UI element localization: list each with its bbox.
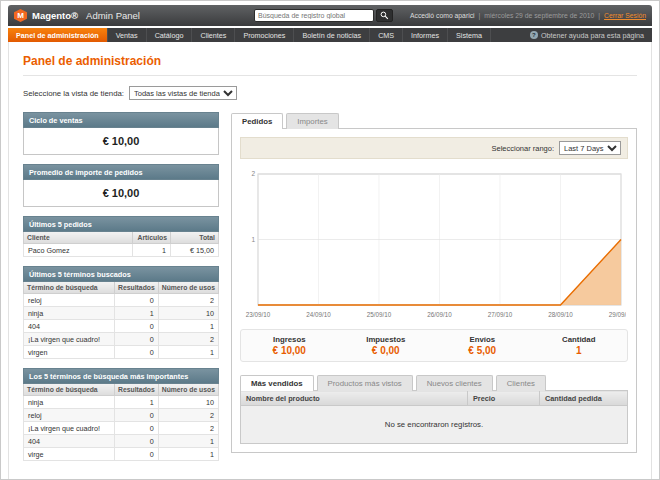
dashboard: Ciclo de ventas € 10,00 Promedio de impo… [23, 112, 637, 470]
tab-importes[interactable]: Importes [286, 113, 338, 129]
column-header: Nombre del producto [241, 391, 468, 406]
table-cell: 0 [115, 435, 159, 448]
tab-nuevos-clientes[interactable]: Nuevos clientes [416, 375, 493, 391]
brand-suffix: Admin Panel [86, 10, 140, 21]
dashboard-left-column: Ciclo de ventas € 10,00 Promedio de impo… [23, 112, 219, 470]
global-search-input[interactable] [254, 9, 374, 22]
range-select[interactable]: Last 7 Days [559, 141, 621, 155]
nav-item-promociones[interactable]: Promociones [235, 28, 294, 42]
svg-text:1: 1 [251, 236, 255, 243]
table-cell: reloj [24, 409, 115, 422]
last-orders-box: Últimos 5 pedidos Cliente Artículos Tota… [23, 216, 219, 257]
table-cell: 0 [115, 448, 159, 461]
table-cell: ¡La virgen que cuadro! [24, 422, 115, 435]
total-cantidad: Cantidad 1 [531, 335, 628, 356]
title-divider [23, 75, 637, 76]
table-cell: Paco Gomez [24, 244, 133, 257]
help-label: Obtener ayuda para esta página [541, 31, 644, 40]
total-value: € 5,00 [434, 345, 531, 356]
table-row: 40401 [24, 320, 219, 333]
column-header: Número de usos [158, 282, 218, 294]
table-row: ¡La virgen que cuadro!02 [24, 422, 219, 435]
nav-item-informes[interactable]: Informes [403, 28, 448, 42]
chart-wrap: 23/09/1024/09/1025/09/1026/09/1027/09/10… [240, 169, 628, 321]
table-row: ¡La virgen que cuadro!02 [24, 333, 219, 346]
total-value: € 10,00 [241, 345, 338, 356]
logout-link[interactable]: Cerrar Sesión [604, 12, 646, 19]
nav-item-dashboard[interactable]: Panel de administración [8, 28, 108, 42]
table-cell: 10 [158, 307, 218, 320]
svg-text:23/09/10: 23/09/10 [246, 311, 271, 318]
nav-item-boletin[interactable]: Boletín de noticias [294, 28, 370, 42]
nav-item-cms[interactable]: CMS [370, 28, 403, 42]
column-header: Resultados [115, 282, 159, 294]
table-row: ninja110 [24, 307, 219, 320]
table-cell: 1 [158, 448, 218, 461]
average-orders-title: Promedio de importe de pedidos [23, 164, 219, 180]
magento-admin-app: M Magento® Admin Panel Accedió como apar… [8, 5, 652, 480]
tab-pedidos[interactable]: Pedidos [231, 113, 283, 129]
table-cell: 1 [158, 346, 218, 359]
range-label: Seleccionar rango: [491, 144, 554, 153]
search-button[interactable] [376, 9, 393, 22]
store-view-select[interactable]: Todas las vistas de tienda [129, 86, 237, 100]
tab-clientes[interactable]: Clientes [496, 375, 546, 391]
orders-area-chart: 23/09/1024/09/1025/09/1026/09/1027/09/10… [242, 169, 626, 321]
browser-viewport: M Magento® Admin Panel Accedió como apar… [0, 0, 660, 480]
total-label: Envíos [434, 335, 531, 344]
average-orders-box: Promedio de importe de pedidos € 10,00 [23, 164, 219, 207]
column-header: Artículos [133, 232, 171, 244]
table-cell: ¡La virgen que cuadro! [24, 333, 115, 346]
nav-item-clientes[interactable]: Clientes [192, 28, 235, 42]
top-search-terms-title: Los 5 términos de búsqueda más important… [23, 368, 219, 384]
main-nav: Panel de administración Ventas Catálogo … [8, 28, 652, 42]
products-table: Nombre del producto Precio Cantidad pedi… [240, 390, 628, 444]
table-cell: virge [24, 448, 115, 461]
table-cell: 404 [24, 435, 115, 448]
nav-item-ventas[interactable]: Ventas [108, 28, 147, 42]
magento-logo-icon: M [14, 9, 27, 22]
brand-name: Magento® [32, 10, 78, 21]
products-tabs: Más vendidos Productos más vistos Nuevos… [240, 374, 628, 390]
range-bar: Seleccionar rango: Last 7 Days [240, 137, 628, 159]
svg-text:28/09/10: 28/09/10 [548, 311, 573, 318]
help-icon: ? [530, 31, 538, 39]
total-envios: Envíos € 5,00 [434, 335, 531, 356]
current-date: miércoles 29 de septiembre de 2010 [484, 12, 594, 19]
table-row: virgen01 [24, 346, 219, 359]
table-cell: 0 [115, 346, 159, 359]
column-header: Precio [468, 391, 540, 406]
nav-item-sistema[interactable]: Sistema [448, 28, 491, 42]
table-cell: reloj [24, 294, 115, 307]
tab-productos-mas-vistos[interactable]: Productos más vistos [317, 375, 413, 391]
global-search [254, 9, 393, 22]
column-header: Término de búsqueda [24, 282, 115, 294]
average-orders-value: € 10,00 [23, 180, 219, 207]
lifetime-sales-title: Ciclo de ventas [23, 112, 219, 128]
store-view-label: Seleccione la vista de tienda: [23, 89, 124, 98]
column-header: Cantidad pedida [540, 391, 628, 406]
last-orders-title: Últimos 5 pedidos [23, 216, 219, 232]
svg-text:29/09/10: 29/09/10 [609, 311, 626, 318]
table-cell: € 15,00 [171, 244, 219, 257]
tab-mas-vendidos[interactable]: Más vendidos [240, 375, 314, 391]
separator: | [479, 12, 481, 19]
table-row: virge01 [24, 448, 219, 461]
table-row: 40401 [24, 435, 219, 448]
lifetime-sales-value: € 10,00 [23, 128, 219, 155]
table-row: reloj02 [24, 294, 219, 307]
total-label: Cantidad [531, 335, 628, 344]
nav-item-catalogo[interactable]: Catálogo [147, 28, 193, 42]
column-header: Número de usos [158, 384, 218, 396]
table-cell: 404 [24, 320, 115, 333]
table-cell: 1 [158, 320, 218, 333]
table-cell: 0 [115, 320, 159, 333]
table-cell: ninja [24, 307, 115, 320]
lifetime-sales-box: Ciclo de ventas € 10,00 [23, 112, 219, 155]
column-header: Resultados [115, 384, 159, 396]
table-cell: 2 [158, 422, 218, 435]
top-search-terms-box: Los 5 términos de búsqueda más important… [23, 368, 219, 461]
logged-in-as: Accedió como aparici [410, 12, 475, 19]
help-link[interactable]: ? Obtener ayuda para esta página [522, 28, 652, 42]
total-label: Ingresos [241, 335, 338, 344]
